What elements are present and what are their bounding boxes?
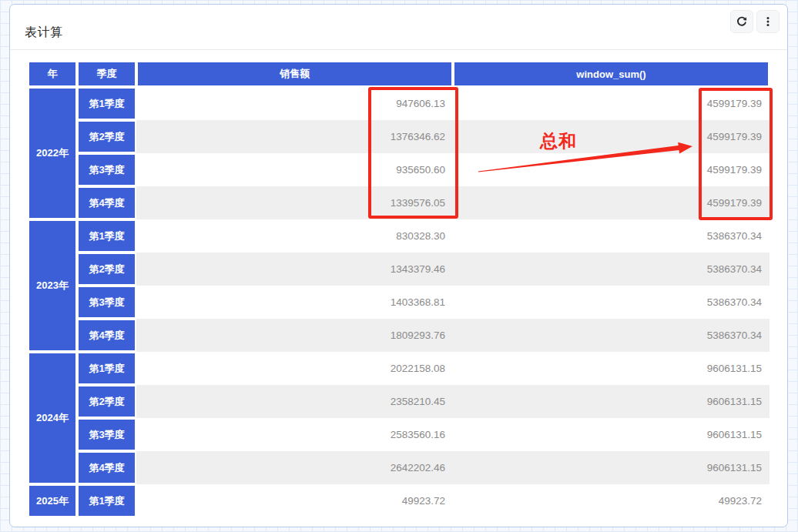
sales-cell: 2642202.46 — [136, 451, 453, 484]
sales-cell: 1376346.62 — [136, 120, 453, 153]
window-sum-cell: 9606131.15 — [453, 352, 770, 385]
window-sum-cell: 4599179.39 — [453, 87, 770, 120]
window-sum-cell: 9606131.15 — [453, 385, 770, 418]
window-sum-cell: 49923.72 — [453, 484, 770, 517]
col-header-sales: 销售额 — [136, 61, 453, 87]
data-table: 年季度销售额window_sum()2022年第1季度947606.134599… — [28, 61, 770, 517]
col-header-window-sum: window_sum() — [453, 61, 770, 87]
quarter-cell: 第3季度 — [77, 153, 136, 186]
quarter-cell: 第4季度 — [77, 319, 136, 352]
page-title: 表计算 — [25, 25, 63, 41]
sales-cell: 830328.30 — [136, 219, 453, 253]
widget-card: 表计算 年季度销售额w — [9, 4, 788, 527]
window-sum-cell: 5386370.34 — [453, 319, 770, 352]
toolbar — [730, 10, 780, 33]
sales-cell: 1809293.76 — [136, 319, 453, 352]
quarter-cell: 第2季度 — [77, 253, 136, 286]
quarter-cell: 第1季度 — [77, 484, 136, 517]
window-sum-cell: 5386370.34 — [453, 286, 770, 319]
sales-cell: 2583560.16 — [136, 418, 453, 451]
sales-cell: 947606.13 — [136, 87, 453, 120]
quarter-cell: 第1季度 — [77, 87, 136, 120]
more-vertical-icon — [762, 15, 774, 28]
year-cell: 2023年 — [28, 219, 77, 352]
quarter-cell: 第2季度 — [77, 385, 136, 418]
page-background: { "panel": { "title": "表计算", "toolbar": … — [0, 0, 798, 532]
refresh-icon — [736, 15, 748, 28]
sales-cell: 49923.72 — [136, 484, 453, 517]
quarter-cell: 第4季度 — [77, 451, 136, 484]
window-sum-cell: 9606131.15 — [453, 418, 770, 451]
window-sum-cell: 4599179.39 — [453, 120, 770, 153]
quarter-cell: 第2季度 — [77, 120, 136, 153]
sales-cell: 2358210.45 — [136, 385, 453, 418]
sales-cell: 1403368.81 — [136, 286, 453, 319]
window-sum-cell: 9606131.15 — [453, 451, 770, 484]
quarter-cell: 第4季度 — [77, 186, 136, 219]
quarter-cell: 第1季度 — [77, 352, 136, 385]
quarter-cell: 第1季度 — [77, 219, 136, 253]
quarter-cell: 第3季度 — [77, 286, 136, 319]
year-cell: 2024年 — [28, 352, 77, 484]
sales-cell: 1339576.05 — [136, 186, 453, 219]
quarter-cell: 第3季度 — [77, 418, 136, 451]
window-sum-cell: 5386370.34 — [453, 219, 770, 253]
widget-header: 表计算 — [10, 5, 787, 50]
refresh-button[interactable] — [730, 10, 753, 33]
window-sum-cell: 4599179.39 — [453, 186, 770, 219]
window-sum-cell: 4599179.39 — [453, 153, 770, 186]
window-sum-cell: 5386370.34 — [453, 253, 770, 286]
year-cell: 2022年 — [28, 87, 77, 219]
sales-cell: 2022158.08 — [136, 352, 453, 385]
sales-cell: 1343379.46 — [136, 253, 453, 286]
year-cell: 2025年 — [28, 484, 77, 517]
col-header-quarter: 季度 — [77, 61, 136, 87]
more-button[interactable] — [756, 10, 780, 33]
sales-cell: 935650.60 — [136, 153, 453, 186]
col-header-year: 年 — [28, 61, 77, 87]
